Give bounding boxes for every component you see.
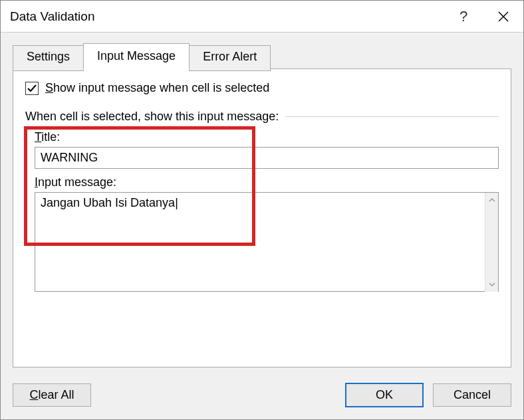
cancel-button[interactable]: Cancel xyxy=(433,383,511,407)
ok-button[interactable]: OK xyxy=(345,383,424,407)
show-message-checkbox[interactable] xyxy=(25,82,39,95)
fields-group: Title: Input message: xyxy=(25,130,499,295)
input-message-label: Input message: xyxy=(35,175,499,189)
data-validation-dialog: Data Validation ? Settings Input Message… xyxy=(0,0,524,420)
section-header-text: When cell is selected, show this input m… xyxy=(25,110,279,124)
close-button[interactable] xyxy=(483,1,523,33)
checkmark-icon xyxy=(27,83,37,94)
tab-strip: Settings Input Message Error Alert xyxy=(13,43,511,69)
input-message-textarea[interactable] xyxy=(35,192,499,292)
dialog-content: Settings Input Message Error Alert Show … xyxy=(1,33,523,376)
clear-all-button[interactable]: Clear All xyxy=(13,383,91,407)
tab-error-alert-label: Error Alert xyxy=(203,50,257,63)
title-label: Title: xyxy=(35,130,499,144)
ok-button-label: OK xyxy=(376,388,393,401)
tab-input-message[interactable]: Input Message xyxy=(83,43,190,69)
show-message-label: Show input message when cell is selected xyxy=(45,81,269,95)
textarea-scrollbar[interactable] xyxy=(485,193,498,292)
tab-panel-input-message: Show input message when cell is selected… xyxy=(13,68,511,368)
help-button[interactable]: ? xyxy=(444,1,483,33)
dialog-title: Data Validation xyxy=(10,9,444,24)
help-icon: ? xyxy=(459,8,467,25)
tab-input-message-label: Input Message xyxy=(97,49,176,62)
tab-settings[interactable]: Settings xyxy=(13,45,84,71)
section-header: When cell is selected, show this input m… xyxy=(25,110,499,124)
input-message-wrap xyxy=(35,192,499,295)
show-message-row: Show input message when cell is selected xyxy=(25,81,499,95)
divider-line xyxy=(285,116,499,117)
tab-error-alert[interactable]: Error Alert xyxy=(189,45,271,71)
scroll-up-icon[interactable] xyxy=(485,193,498,207)
title-input[interactable] xyxy=(35,147,499,169)
scroll-down-icon[interactable] xyxy=(485,277,498,292)
close-icon xyxy=(497,11,509,23)
cancel-button-label: Cancel xyxy=(454,388,491,401)
titlebar: Data Validation ? xyxy=(1,1,523,33)
tab-settings-label: Settings xyxy=(27,50,70,63)
dialog-buttons: Clear All OK Cancel xyxy=(1,376,523,419)
